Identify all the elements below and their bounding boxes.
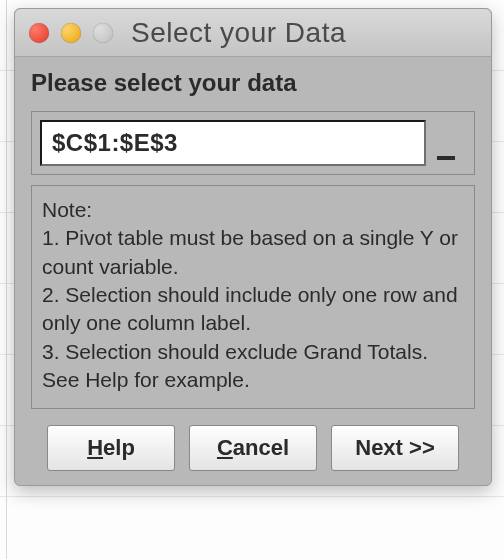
window-title: Select your Data [131, 17, 346, 49]
cancel-label-rest: ancel [233, 435, 289, 461]
cancel-mnemonic: C [217, 435, 233, 461]
minimize-icon[interactable] [61, 23, 81, 43]
maximize-icon [93, 23, 113, 43]
window-controls [29, 23, 113, 43]
note-header: Note: [42, 196, 464, 224]
help-button[interactable]: Help [47, 425, 175, 471]
prompt-label: Please select your data [31, 69, 475, 97]
range-picker-button[interactable] [426, 120, 466, 166]
collapse-icon [437, 156, 455, 160]
cancel-button[interactable]: Cancel [189, 425, 317, 471]
note-line-3: 3. Selection should exclude Grand Totals… [42, 338, 464, 366]
next-button[interactable]: Next >> [331, 425, 459, 471]
button-row: Help Cancel Next >> [31, 425, 475, 471]
help-label-rest: elp [103, 435, 135, 461]
note-frame: Note: 1. Pivot table must be based on a … [31, 185, 475, 409]
dialog-content: Please select your data Note: 1. Pivot t… [15, 57, 491, 471]
help-mnemonic: H [87, 435, 103, 461]
note-footer: See Help for example. [42, 366, 464, 394]
next-label: Next >> [355, 435, 435, 461]
range-input[interactable] [40, 120, 426, 166]
close-icon[interactable] [29, 23, 49, 43]
select-data-dialog: Select your Data Please select your data… [14, 8, 492, 486]
note-line-1: 1. Pivot table must be based on a single… [42, 224, 464, 281]
range-edit-frame [31, 111, 475, 175]
titlebar: Select your Data [15, 9, 491, 57]
note-line-2: 2. Selection should include only one row… [42, 281, 464, 338]
